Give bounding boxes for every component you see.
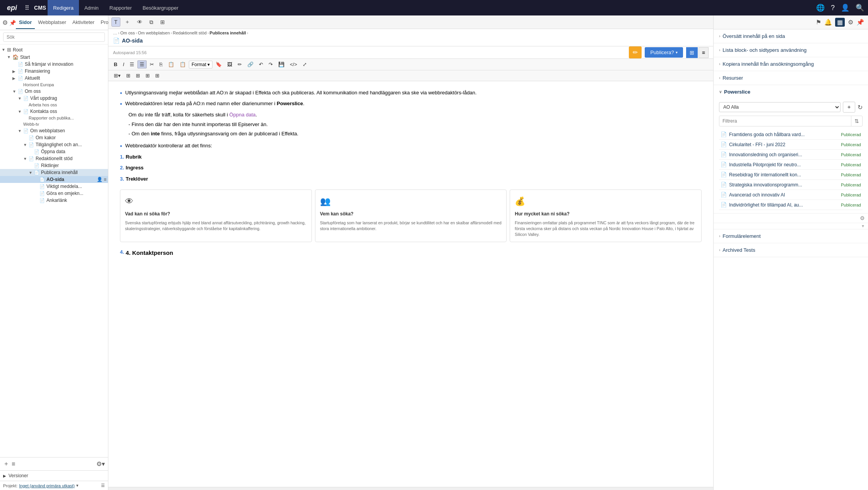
ao-item-5[interactable]: 📄 Strategiska innovationsprogramm... Pub… <box>719 180 863 190</box>
powerslice-refresh-button[interactable]: ↻ <box>858 104 863 111</box>
grid-view-button[interactable]: ⊞ <box>686 47 698 58</box>
copy-button[interactable]: ⎘ <box>157 60 165 68</box>
tree-oppna-data[interactable]: 📄 Öppna data <box>0 148 108 155</box>
edit-pencil-button[interactable]: ✏ <box>629 46 642 58</box>
nav-besökargrupper[interactable]: Besökargrupper <box>137 0 184 15</box>
bullet-list-button[interactable]: ☰ <box>127 60 137 68</box>
oppna-data-link[interactable]: Öppna data <box>229 112 256 118</box>
ao-item-0[interactable]: 📄 Framtidens goda och hållbara vard... P… <box>719 130 863 140</box>
ao-item-4[interactable]: 📄 Resebidrag för internationellt kon... … <box>719 170 863 180</box>
preview-button[interactable]: 👁 <box>134 17 145 27</box>
tree-aktuellt[interactable]: ▶ 📄 Aktuellt <box>0 75 108 82</box>
block-type-button[interactable]: T <box>111 17 120 27</box>
ao-item-3[interactable]: 📄 Industriella Pilotprojekt för neutro..… <box>719 160 863 170</box>
globe-icon[interactable]: 🌐 <box>816 3 825 12</box>
accordion-kopiera-header[interactable]: › Kopiera innehåll från ansökningsomgång <box>714 57 868 71</box>
accordion-powerslice-header[interactable]: ∨ Powerslice <box>714 85 868 99</box>
accordion-formular-header[interactable]: › Formulärelement <box>714 229 868 243</box>
image-button[interactable]: 🖼 <box>225 60 235 68</box>
list-view-toggle-button[interactable]: ≡ <box>699 47 709 58</box>
tree-settings-button[interactable]: ⚙▾ <box>96 460 105 468</box>
tree-webb-tv[interactable]: Webb-tv <box>0 121 108 127</box>
accordion-resurser-header[interactable]: › Resurser <box>714 71 868 85</box>
bold-button[interactable]: B <box>111 60 120 68</box>
paste-special-button[interactable]: 📋 <box>177 60 188 68</box>
link-button[interactable]: 🔗 <box>245 60 256 68</box>
tree-tillganglighet[interactable]: ▼ 📄 Tillgänglighet och an... <box>0 141 108 148</box>
tree-publicera[interactable]: ▼ 📄 Publicera innehåll <box>0 169 108 176</box>
tree-om-oss[interactable]: ▼ 📄 Om oss <box>0 88 108 95</box>
tree-ankarlenk[interactable]: 📄 Ankarlänk <box>0 197 108 204</box>
left-panel-gear[interactable]: ⚙ <box>2 19 8 26</box>
tree-rapporter[interactable]: Rapporter och publika... <box>0 115 108 121</box>
project-menu-icon[interactable]: ☰ <box>101 483 105 488</box>
save-draft-button[interactable]: 💾 <box>276 60 287 68</box>
search-input[interactable] <box>3 32 105 42</box>
tree-ao-sida[interactable]: 📄 AO-sida 👤 ≡ <box>0 176 108 183</box>
bookmark-button[interactable]: 🔖 <box>213 60 224 68</box>
tab-aktiviteter[interactable]: Aktiviteter <box>69 16 98 29</box>
ao-item-1[interactable]: 📄 Cirkularitet - FFI - juni 2022 Publice… <box>719 140 863 150</box>
add-block-button[interactable]: ＋ <box>122 17 133 27</box>
tree-om-kakor[interactable]: 📄 Om kakor <box>0 134 108 141</box>
nav-redigera[interactable]: Redigera <box>48 0 79 15</box>
ao-item-6[interactable]: 📄 Avancerad och innovativ AI Publicerad <box>719 190 863 200</box>
tree-om-webbplatsen[interactable]: ▼ 📄 Om webbplatsen <box>0 127 108 134</box>
add-page-button[interactable]: ＋ <box>3 460 9 468</box>
paste-button[interactable]: 📋 <box>166 60 176 68</box>
powerslice-add-button[interactable]: ＋ <box>843 102 855 113</box>
flag-icon-button[interactable]: ⚑ <box>816 19 821 26</box>
ao-item-2[interactable]: 📄 Innovationsledning och organiseri... P… <box>719 150 863 160</box>
user-icon[interactable]: 👤 <box>841 3 849 12</box>
accordion-lista-header[interactable]: › Lista block- och sidtypers användning <box>714 43 868 57</box>
tree-arbeta[interactable]: Arbeta hos oss <box>0 102 108 108</box>
tab-webbplatser[interactable]: Webbplatser <box>35 16 69 29</box>
insert-row-before-button[interactable]: ⊞ <box>124 72 133 80</box>
powerslice-settings-gear[interactable]: ⚙ <box>860 215 865 221</box>
edit-button[interactable]: ✏ <box>235 60 244 68</box>
code-view-button[interactable]: </> <box>288 60 300 68</box>
split-button[interactable]: ⊞ <box>158 17 168 27</box>
tree-horisont[interactable]: Horisont Europa <box>0 82 108 88</box>
tree-redaktionellt[interactable]: ▼ 📄 Redaktionellt stöd <box>0 155 108 162</box>
tree-start[interactable]: ▼ 🏠 Start <box>0 53 108 61</box>
grid-icon[interactable]: ⠿ <box>25 4 29 12</box>
numbered-list-button[interactable]: ☰ <box>137 60 147 68</box>
accordion-oversatt-header[interactable]: › Översätt innehåll på en sida <box>714 29 868 43</box>
format-dropdown[interactable]: Format ▾ <box>189 61 212 68</box>
delete-row-button[interactable]: ⊞ <box>143 72 152 80</box>
filter-input[interactable] <box>719 116 851 126</box>
project-link[interactable]: Inget (använd primära utkast) <box>19 483 75 488</box>
nav-rapporter[interactable]: Rapporter <box>104 0 137 15</box>
right-pin-button[interactable]: 📌 <box>856 19 864 26</box>
ao-select[interactable]: AO Alla <box>719 102 841 112</box>
left-panel-pin[interactable]: 📌 <box>9 20 16 26</box>
italic-button[interactable]: I <box>120 60 127 68</box>
tree-finansiering[interactable]: ▶ 📄 Finansiering <box>0 68 108 75</box>
fullscreen-button[interactable]: ⤢ <box>300 60 309 68</box>
compare-button[interactable]: ⧉ <box>147 17 156 27</box>
ao-item-7[interactable]: 📄 Individrörlighet för tillämpad AI, au.… <box>719 200 863 210</box>
insert-row-after-button[interactable]: ⊞ <box>134 72 142 80</box>
cut-button[interactable]: ✂ <box>147 60 156 68</box>
tree-riktlinjer[interactable]: 📄 Riktlinjer <box>0 162 108 169</box>
search-icon[interactable]: 🔍 <box>856 3 864 12</box>
accordion-archived-header[interactable]: › Archived Tests <box>714 243 868 257</box>
tree-kontakta[interactable]: ▼ 📄 Kontakta oss <box>0 108 108 115</box>
tree-item[interactable]: 📄 Så främjar vi innovation <box>0 61 108 68</box>
bell-icon-button[interactable]: 🔔 <box>824 19 832 26</box>
publish-button[interactable]: Publicera? ▾ <box>645 47 683 58</box>
filter-sort-button[interactable]: ⇅ <box>851 116 862 126</box>
right-gear-button[interactable]: ⚙ <box>848 19 853 26</box>
breadcrumb-redaktionellt[interactable]: Redaktionellt stöd <box>173 31 206 35</box>
tree-vart-uppdrag[interactable]: ▼ 📄 Vårt uppdrag <box>0 95 108 102</box>
help-icon[interactable]: ? <box>831 4 835 12</box>
table-button[interactable]: ⊞▾ <box>111 72 123 80</box>
redo-button[interactable]: ↷ <box>266 60 275 68</box>
versions-accordion[interactable]: ▶ Versioner <box>0 470 108 481</box>
list-view-button[interactable]: ≡ <box>12 461 15 468</box>
breadcrumb-om-oss[interactable]: Om oss <box>120 31 135 35</box>
grid-icon-button[interactable]: ▦ <box>835 18 845 27</box>
tree-root[interactable]: ▼ ⊞ Root <box>0 46 108 53</box>
undo-button[interactable]: ↶ <box>257 60 265 68</box>
